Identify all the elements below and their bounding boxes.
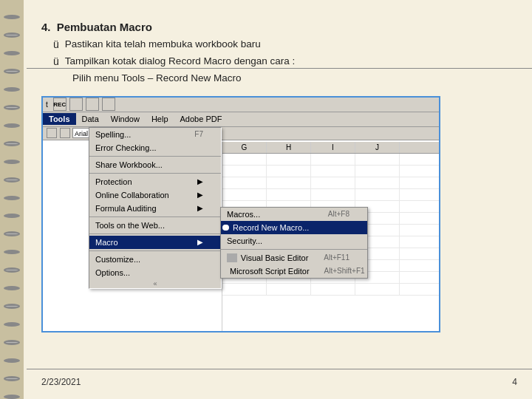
- bullet-item-2: ü Tampilkan kotak dialog Record Macro de…: [53, 55, 514, 69]
- spiral-ring: [4, 87, 20, 92]
- cell-h3[interactable]: [267, 177, 311, 188]
- spiral-ring: [4, 395, 20, 399]
- menu-protection[interactable]: Protection ▶: [89, 175, 221, 188]
- menu-spelling[interactable]: Spelling... F7: [89, 128, 221, 141]
- excel-screenshot: t REC Tools Data Window Help Adobe PDF: [41, 96, 440, 332]
- col-header-j: J: [355, 142, 400, 153]
- macro-submenu: Macros... Alt+F8 Record New Macro... Sec…: [220, 207, 368, 279]
- separator-4: [89, 233, 221, 234]
- cell-h12[interactable]: [267, 284, 311, 295]
- menu-customize[interactable]: Customize...: [89, 253, 221, 266]
- vb-editor-shortcut: Alt+F11: [324, 253, 349, 262]
- macros-label: Macros...: [227, 210, 260, 219]
- script-editor-label: Microsoft Script Editor: [230, 267, 310, 276]
- cell-i4[interactable]: [311, 189, 355, 200]
- cell-i2[interactable]: [311, 166, 355, 177]
- menu-item-window[interactable]: Window: [105, 113, 146, 125]
- heading-title: Pembuatan Macro: [57, 21, 152, 33]
- cell-i12[interactable]: [311, 284, 355, 295]
- security-label: Security...: [227, 236, 262, 245]
- col-header-i: I: [311, 142, 355, 153]
- cell-g12[interactable]: [222, 284, 267, 295]
- toolbar-text-t: t: [46, 100, 48, 109]
- vb-editor-icon: [227, 253, 237, 262]
- spiral-ring: [4, 231, 20, 236]
- bullet-item-3: Pilih menu Tools – Record New Macro: [72, 72, 514, 86]
- cell-i1[interactable]: [311, 154, 355, 165]
- cell-h2[interactable]: [267, 166, 311, 177]
- menu-online-collab[interactable]: Online Collaboration ▶: [89, 188, 221, 202]
- protection-arrow: ▶: [197, 177, 203, 185]
- cell-h4[interactable]: [267, 189, 311, 200]
- cell-j4[interactable]: [355, 189, 400, 200]
- date-label: 2/23/2021: [41, 377, 81, 387]
- grid-row-1: [222, 154, 439, 166]
- spiral-ring: [4, 322, 20, 327]
- menu-item-help[interactable]: Help: [146, 113, 174, 125]
- cell-g4[interactable]: [222, 189, 267, 200]
- spiral-ring: [4, 51, 20, 55]
- toolbar-icon-2: [86, 98, 99, 111]
- separator-5: [89, 250, 221, 251]
- cell-j2[interactable]: [355, 166, 400, 177]
- cell-g3[interactable]: [222, 177, 267, 188]
- submenu-macros[interactable]: Macros... Alt+F8: [221, 208, 367, 221]
- spiral-ring: [4, 286, 20, 290]
- content-area: 4. Pembuatan Macro ü Pastikan kita telah…: [27, 0, 532, 399]
- spiral-ring: [4, 33, 20, 37]
- spiral-ring: [4, 123, 20, 128]
- col-header-g: G: [222, 142, 267, 153]
- grid-row-12: [222, 284, 439, 296]
- toolbar-icon-3: [102, 98, 115, 111]
- menu-options[interactable]: Options...: [89, 266, 221, 279]
- cell-g2[interactable]: [222, 166, 267, 177]
- grid-row-4: [222, 189, 439, 201]
- notebook-page: 4. Pembuatan Macro ü Pastikan kita telah…: [0, 0, 532, 399]
- menu-macro[interactable]: Macro ▶: [89, 236, 221, 249]
- bullet-text-3: Pilih menu Tools – Record New Macro: [72, 72, 242, 86]
- cell-j3[interactable]: [355, 177, 400, 188]
- macro-arrow: ▶: [197, 238, 203, 246]
- tools-dropdown: Spelling... F7 Error Checking... Share W…: [89, 127, 222, 289]
- spiral-ring: [4, 177, 20, 182]
- menu-share-workbook[interactable]: Share Workbook...: [89, 158, 221, 171]
- toolbar-icon-rec: REC: [53, 98, 66, 111]
- spiral-ring: [4, 250, 20, 254]
- spiral-ring: [4, 141, 20, 146]
- separator-2: [89, 173, 221, 174]
- menu-item-data[interactable]: Data: [76, 113, 105, 125]
- cell-g1[interactable]: [222, 154, 267, 165]
- protection-label: Protection: [95, 177, 132, 186]
- bullet-text-1: Pastikan kita telah membuka workbook bar…: [65, 38, 261, 52]
- submenu-script-editor[interactable]: Microsoft Script Editor Alt+Shift+F1: [221, 265, 367, 278]
- vb-editor-label: Visual Basic Editor: [241, 253, 309, 262]
- submenu-vb-editor[interactable]: Visual Basic Editor Alt+F11: [221, 251, 367, 265]
- separator-3: [89, 216, 221, 217]
- cell-i3[interactable]: [311, 177, 355, 188]
- slide-heading: 4. Pembuatan Macro: [41, 21, 514, 33]
- menu-tools-web[interactable]: Tools on the Web...: [89, 219, 221, 232]
- formula-auditing-label: Formula Auditing: [95, 204, 157, 213]
- spiral-ring: [4, 69, 20, 73]
- toolbar-icon-5: [60, 128, 70, 138]
- checkmark-1: ü: [53, 38, 59, 50]
- spiral-ring: [4, 376, 20, 381]
- separator-1: [89, 156, 221, 157]
- macros-shortcut: Alt+F8: [328, 210, 349, 218]
- menu-item-tools[interactable]: Tools: [43, 113, 76, 125]
- submenu-record-new-macro[interactable]: Record New Macro...: [221, 221, 367, 234]
- record-new-macro-label: Record New Macro...: [233, 223, 309, 232]
- active-dot: [223, 225, 229, 231]
- menu-item-adobepdf[interactable]: Adobe PDF: [174, 113, 228, 125]
- toolbar-icon-4: [47, 128, 57, 138]
- cell-h1[interactable]: [267, 154, 311, 165]
- menu-error-checking[interactable]: Error Checking...: [89, 141, 221, 154]
- menu-formula-auditing[interactable]: Formula Auditing ▶: [89, 202, 221, 215]
- customize-label: Customize...: [95, 255, 140, 264]
- cell-j12[interactable]: [355, 284, 400, 295]
- spiral-ring: [4, 340, 20, 344]
- submenu-security[interactable]: Security...: [221, 234, 367, 248]
- spiral-ring: [4, 304, 20, 308]
- cell-j1[interactable]: [355, 154, 400, 165]
- online-collab-arrow: ▶: [197, 191, 203, 199]
